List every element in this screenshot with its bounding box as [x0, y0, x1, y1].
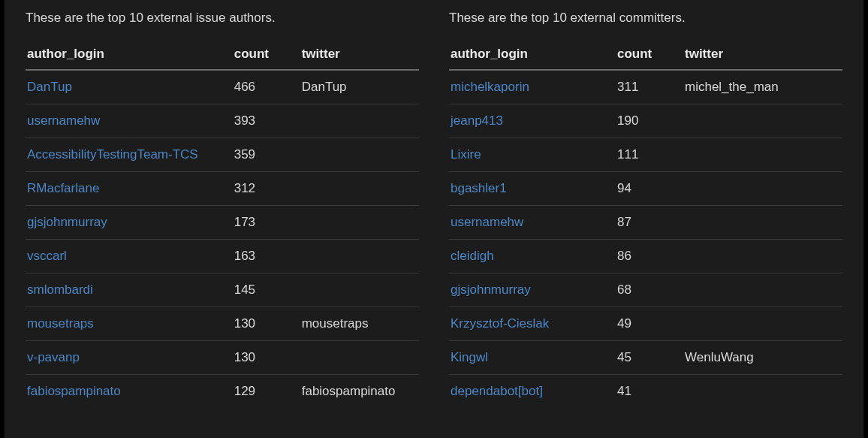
cell-login: mousetraps	[26, 307, 233, 341]
table-row: Krzysztof-Cieslak49	[449, 307, 842, 341]
author-link[interactable]: dependabot[bot]	[451, 384, 543, 398]
cell-login: jeanp413	[449, 104, 616, 138]
cell-count: 41	[616, 375, 683, 409]
cell-count: 130	[233, 307, 300, 341]
cell-twitter	[683, 104, 842, 138]
table-row: usernamehw87	[449, 206, 842, 240]
table-row: gjsjohnmurray173	[26, 206, 419, 240]
cell-count: 130	[233, 341, 300, 375]
cell-login: fabiospampinato	[26, 375, 233, 409]
author-link[interactable]: usernamehw	[27, 113, 100, 128]
table-row: cleidigh86	[449, 240, 842, 273]
col-header-login: author_login	[26, 39, 233, 70]
cell-count: 111	[616, 138, 683, 172]
table-row: Kingwl45WenluWang	[449, 341, 842, 375]
author-link[interactable]: DanTup	[27, 80, 72, 94]
issue-authors-panel: These are the top 10 external issue auth…	[26, 11, 419, 438]
cell-twitter	[683, 206, 842, 240]
cell-count: 312	[233, 172, 300, 206]
table-row: dependabot[bot]41	[449, 375, 842, 409]
cell-twitter	[683, 138, 842, 172]
cell-login: RMacfarlane	[26, 172, 233, 206]
cell-login: Krzysztof-Cieslak	[449, 307, 616, 341]
cell-login: dependabot[bot]	[449, 375, 616, 409]
table-row: vsccarl163	[26, 240, 419, 273]
author-link[interactable]: RMacfarlane	[27, 181, 99, 195]
cell-twitter	[683, 273, 842, 307]
cell-twitter: WenluWang	[683, 341, 842, 375]
cell-login: Kingwl	[449, 341, 616, 375]
cell-login: usernamehw	[449, 206, 616, 240]
cell-twitter: DanTup	[300, 70, 419, 104]
cell-twitter	[300, 240, 419, 273]
cell-count: 49	[616, 307, 683, 341]
cell-count: 145	[233, 273, 300, 307]
cell-count: 311	[616, 70, 683, 104]
cell-twitter	[300, 273, 419, 307]
cell-twitter	[300, 172, 419, 206]
cell-count: 87	[616, 206, 683, 240]
table-row: fabiospampinato129fabiospampinato	[26, 375, 419, 409]
issue-authors-caption: These are the top 10 external issue auth…	[26, 11, 419, 26]
author-link[interactable]: jeanp413	[451, 113, 503, 128]
cell-count: 173	[233, 206, 300, 240]
table-row: mousetraps130mousetraps	[26, 307, 419, 341]
col-header-login: author_login	[449, 39, 616, 70]
cell-twitter	[300, 341, 419, 375]
cell-twitter	[300, 104, 419, 138]
cell-login: gjsjohnmurray	[26, 206, 233, 240]
table-row: DanTup466DanTup	[26, 70, 419, 104]
author-link[interactable]: AccessibilityTestingTeam-TCS	[27, 147, 198, 162]
cell-login: DanTup	[26, 70, 233, 104]
author-link[interactable]: usernamehw	[451, 215, 523, 229]
author-link[interactable]: michelkaporin	[451, 80, 529, 94]
author-link[interactable]: gjsjohnmurray	[451, 282, 531, 297]
cell-login: michelkaporin	[449, 70, 616, 104]
table-row: RMacfarlane312	[26, 172, 419, 206]
author-link[interactable]: mousetraps	[27, 316, 94, 331]
committers-panel: These are the top 10 external committers…	[449, 11, 842, 438]
cell-twitter	[300, 206, 419, 240]
author-link[interactable]: Krzysztof-Cieslak	[451, 316, 549, 331]
cell-twitter	[683, 172, 842, 206]
cell-count: 359	[233, 138, 300, 172]
table-row: Lixire111	[449, 138, 842, 172]
author-link[interactable]: vsccarl	[27, 249, 67, 263]
author-link[interactable]: fabiospampinato	[27, 384, 121, 398]
col-header-twitter: twitter	[683, 39, 842, 70]
cell-count: 393	[233, 104, 300, 138]
cell-count: 129	[233, 375, 300, 409]
author-link[interactable]: gjsjohnmurray	[27, 215, 107, 229]
cell-count: 163	[233, 240, 300, 273]
table-row: v-pavanp130	[26, 341, 419, 375]
cell-count: 45	[616, 341, 683, 375]
table-row: AccessibilityTestingTeam-TCS359	[26, 138, 419, 172]
cell-count: 94	[616, 172, 683, 206]
cell-login: v-pavanp	[26, 341, 233, 375]
cell-twitter	[683, 307, 842, 341]
cell-count: 86	[616, 240, 683, 273]
col-header-count: count	[616, 39, 683, 70]
cell-login: vsccarl	[26, 240, 233, 273]
cell-twitter: mousetraps	[300, 307, 419, 341]
author-link[interactable]: Kingwl	[451, 350, 488, 364]
author-link[interactable]: v-pavanp	[27, 350, 80, 364]
cell-login: usernamehw	[26, 104, 233, 138]
cell-twitter	[683, 375, 842, 409]
cell-login: Lixire	[449, 138, 616, 172]
author-link[interactable]: smlombardi	[27, 282, 93, 297]
author-link[interactable]: cleidigh	[451, 249, 494, 263]
author-link[interactable]: Lixire	[451, 147, 481, 162]
cell-login: AccessibilityTestingTeam-TCS	[26, 138, 233, 172]
cell-count: 68	[616, 273, 683, 307]
author-link[interactable]: bgashler1	[451, 181, 507, 195]
cell-twitter: michel_the_man	[683, 70, 842, 104]
cell-twitter	[683, 240, 842, 273]
cell-twitter: fabiospampinato	[300, 375, 419, 409]
cell-login: gjsjohnmurray	[449, 273, 616, 307]
committers-table: author_login count twitter michelkaporin…	[449, 39, 842, 408]
table-row: usernamehw393	[26, 104, 419, 138]
cell-count: 190	[616, 104, 683, 138]
cell-login: smlombardi	[26, 273, 233, 307]
table-row: gjsjohnmurray68	[449, 273, 842, 307]
